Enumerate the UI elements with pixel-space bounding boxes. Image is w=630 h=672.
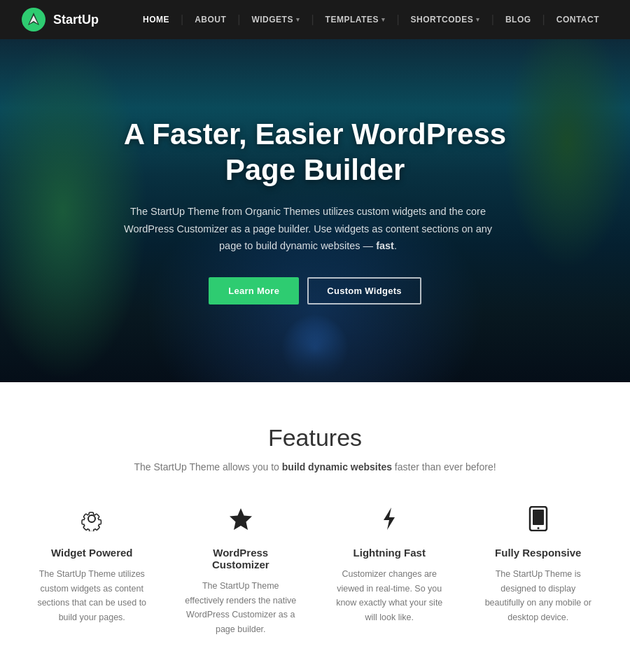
nav-link-blog[interactable]: BLOG [496,0,541,39]
brand-name: StartUp [53,13,99,27]
feature-responsive-title: Fully Responsive [482,547,596,559]
feature-responsive-desc: The StartUp Theme is designed to display… [482,567,596,625]
nav-link-widgets[interactable]: WIDGETS ▾ [241,0,309,39]
nav-item-home[interactable]: HOME [133,0,179,39]
feature-customizer-title: WordPress Customizer [184,547,298,570]
features-section: Features The StartUp Theme allows you to… [0,382,630,672]
hero-buttons: Learn More Custom Widgets [119,277,511,304]
feature-lightning-fast: Lightning Fast Customizer changes are vi… [326,506,454,637]
phone-icon [482,506,596,537]
nav-link-about[interactable]: ABOUT [185,0,236,39]
feature-customizer-desc: The StartUp Theme effectively renders th… [184,579,298,637]
feature-widget-powered-desc: The StartUp Theme utilizes custom widget… [35,567,149,625]
nav-link-home[interactable]: HOME [133,0,179,39]
hero-learn-more-button[interactable]: Learn More [209,277,299,304]
svg-rect-6 [533,510,544,525]
nav-sep-6: | [542,13,545,26]
nav-sep-2: | [237,13,240,26]
features-subtitle: The StartUp Theme allows you to build dy… [28,461,602,472]
nav-sep-3: | [311,13,314,26]
features-grid: Widget Powered The StartUp Theme utilize… [28,506,602,637]
gear-icon [35,506,149,537]
nav-item-templates[interactable]: TEMPLATES ▾ [316,0,396,39]
feature-responsive: Fully Responsive The StartUp Theme is de… [475,506,603,637]
hero-subtitle-text: The StartUp Theme from Organic Themes ut… [124,206,492,251]
hero-custom-widgets-button[interactable]: Custom Widgets [307,277,421,304]
shortcodes-chevron-icon: ▾ [476,0,480,39]
feature-customizer: WordPress Customizer The StartUp Theme e… [177,506,305,637]
nav-links: HOME | ABOUT | WIDGETS ▾ | TEMPLATES ▾ |… [133,0,609,39]
hero-section: A Faster, Easier WordPress Page Builder … [0,39,630,382]
nav-sep-4: | [396,13,399,26]
features-subtitle-p2: faster than ever before! [392,461,496,472]
features-title: Features [28,424,602,451]
nav-link-contact[interactable]: CONTACT [547,0,609,39]
nav-sep-1: | [181,13,183,26]
brand-logo[interactable]: StartUp [21,7,99,32]
startup-logo-icon [21,7,46,32]
svg-marker-3 [230,508,252,530]
features-subtitle-bold: build dynamic websites [282,461,392,472]
features-subtitle-p1: The StartUp Theme allows you to [134,461,281,472]
nav-sep-5: | [491,13,494,26]
svg-marker-4 [384,507,395,530]
navbar: StartUp HOME | ABOUT | WIDGETS ▾ | TEMPL… [0,0,630,39]
feature-widget-powered: Widget Powered The StartUp Theme utilize… [28,506,156,637]
nav-link-shortcodes[interactable]: SHORTCODES ▾ [401,0,490,39]
nav-item-about[interactable]: ABOUT [185,0,236,39]
feature-widget-powered-title: Widget Powered [35,547,149,559]
widgets-chevron-icon: ▾ [296,0,300,39]
hero-subtitle: The StartUp Theme from Organic Themes ut… [119,203,497,255]
svg-point-7 [537,527,539,529]
hero-title: A Faster, Easier WordPress Page Builder [119,117,511,188]
templates-chevron-icon: ▾ [382,0,386,39]
nav-item-shortcodes[interactable]: SHORTCODES ▾ [401,0,490,39]
feature-lightning-fast-desc: Customizer changes are viewed in real-ti… [332,567,447,625]
bolt-icon [332,506,447,537]
nav-item-contact[interactable]: CONTACT [547,0,609,39]
nav-item-blog[interactable]: BLOG [496,0,541,39]
hero-subtitle-bold: fast [376,240,394,251]
nav-item-widgets[interactable]: WIDGETS ▾ [241,0,309,39]
nav-link-templates[interactable]: TEMPLATES ▾ [316,0,396,39]
feature-lightning-fast-title: Lightning Fast [332,547,447,559]
hero-subtitle-end: . [394,240,397,251]
hero-content: A Faster, Easier WordPress Page Builder … [105,117,525,304]
star-icon [184,506,298,537]
